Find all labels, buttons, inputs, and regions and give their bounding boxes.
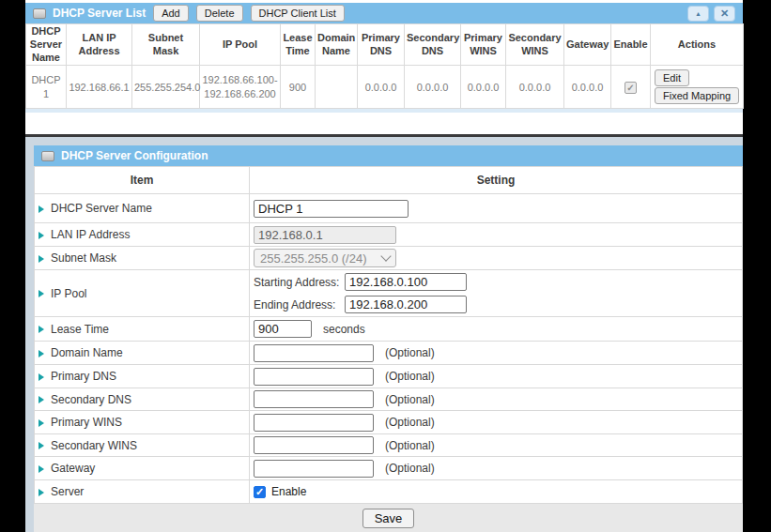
arrow-icon xyxy=(39,350,44,357)
save-button[interactable]: Save xyxy=(362,509,415,528)
optional-note: (Optional) xyxy=(385,346,435,359)
row-server: Server ✓ Enable xyxy=(35,480,743,504)
optional-note: (Optional) xyxy=(385,462,435,475)
col-header-secondary-wins: Secondary WINS xyxy=(506,24,564,66)
row-primary-dns: Primary DNS (Optional) xyxy=(35,365,743,388)
arrow-icon xyxy=(39,465,44,473)
col-header-lease-time: Lease Time xyxy=(281,24,316,66)
dhcp-server-list-titlebar: DHCP Server List Add Delete DHCP Client … xyxy=(25,3,743,23)
optional-note: (Optional) xyxy=(385,393,435,406)
optional-note: (Optional) xyxy=(385,416,435,429)
collapse-button[interactable]: ▲ xyxy=(687,6,709,22)
panel-icon xyxy=(33,8,46,19)
table-bottom-strip xyxy=(25,109,743,113)
config-footer: Save xyxy=(34,504,743,532)
secondary-wins-label: Secondary WINS xyxy=(51,439,137,452)
row-secondary-wins: Secondary WINS (Optional) xyxy=(35,434,743,457)
cell-secondary-dns: 0.0.0.0 xyxy=(405,66,461,109)
cell-actions: Edit Fixed Mapping xyxy=(651,66,744,109)
dhcp-server-name-input[interactable] xyxy=(254,200,409,218)
row-subnet-mask: Subnet Mask 255.255.255.0 (/24) xyxy=(35,247,743,270)
gateway-label: Gateway xyxy=(51,462,95,475)
table-row: DHCP 1 192.168.66.1 255.255.254.0 192.16… xyxy=(26,66,744,109)
arrow-icon xyxy=(39,442,44,449)
cell-subnet-mask: 255.255.254.0 xyxy=(132,66,200,109)
row-domain-name: Domain Name (Optional) xyxy=(35,342,743,365)
domain-name-label: Domain Name xyxy=(51,346,123,359)
close-icon: ✕ xyxy=(720,8,729,19)
collapse-icon: ▲ xyxy=(695,10,702,17)
col-header-dhcp-server-name: DHCP Server Name xyxy=(26,24,67,66)
server-label: Server xyxy=(51,485,84,498)
subnet-mask-select: 255.255.255.0 (/24) xyxy=(254,249,396,267)
dhcp-server-list-panel: DHCP Server List Add Delete DHCP Client … xyxy=(25,0,743,134)
col-header-ip-pool: IP Pool xyxy=(200,24,281,66)
enable-checkbox-disabled: ✓ xyxy=(625,82,637,94)
item-column-header: Item xyxy=(35,167,250,194)
arrow-icon xyxy=(39,290,44,297)
dhcp-server-configuration-panel: DHCP Server Configuration Item Setting D… xyxy=(34,145,743,532)
primary-wins-label: Primary WINS xyxy=(51,416,122,429)
fixed-mapping-button[interactable]: Fixed Mapping xyxy=(655,87,739,104)
setting-column-header: Setting xyxy=(250,167,743,194)
cell-server-name: DHCP 1 xyxy=(26,66,67,109)
col-header-actions: Actions xyxy=(651,24,744,66)
panel-title: DHCP Server List xyxy=(53,7,146,20)
col-header-gateway: Gateway xyxy=(564,24,611,66)
cell-secondary-wins: 0.0.0.0 xyxy=(506,66,564,109)
gateway-input[interactable] xyxy=(254,460,374,478)
config-table: Item Setting DHCP Server Name LAN IP Add… xyxy=(34,166,743,504)
server-enable-checkbox[interactable]: ✓ xyxy=(254,486,266,498)
ending-address-label: Ending Address: xyxy=(254,298,345,312)
lease-time-input[interactable] xyxy=(254,320,312,338)
config-titlebar: DHCP Server Configuration xyxy=(34,145,743,166)
dhcp-client-list-button[interactable]: DHCP Client List xyxy=(251,5,345,22)
cell-lease-time: 900 xyxy=(281,66,316,109)
add-button[interactable]: Add xyxy=(153,5,189,22)
ending-address-input[interactable] xyxy=(345,296,467,313)
cell-lan-ip: 192.168.66.1 xyxy=(67,66,132,109)
edit-button[interactable]: Edit xyxy=(655,69,689,86)
starting-address-input[interactable] xyxy=(345,273,467,291)
primary-dns-input[interactable] xyxy=(254,368,374,386)
secondary-dns-input[interactable] xyxy=(254,390,374,408)
config-panel-title: DHCP Server Configuration xyxy=(61,149,208,162)
row-dhcp-server-name: DHCP Server Name xyxy=(35,194,743,223)
subnet-mask-label: Subnet Mask xyxy=(51,251,116,265)
lease-time-unit: seconds xyxy=(323,323,365,336)
arrow-icon xyxy=(39,419,44,427)
arrow-icon xyxy=(39,205,44,213)
server-enable-label: Enable xyxy=(271,485,306,498)
primary-wins-input[interactable] xyxy=(254,414,374,432)
chevron-down-icon xyxy=(380,251,391,261)
lan-ip-address-label: LAN IP Address xyxy=(51,228,131,241)
arrow-icon xyxy=(39,232,44,239)
row-secondary-dns: Secondary DNS (Optional) xyxy=(35,388,743,411)
delete-button[interactable]: Delete xyxy=(196,5,243,22)
col-header-primary-dns: Primary DNS xyxy=(358,24,405,66)
primary-dns-label: Primary DNS xyxy=(51,370,116,383)
optional-note: (Optional) xyxy=(385,370,435,383)
col-header-secondary-dns: Secondary DNS xyxy=(405,24,461,66)
optional-note: (Optional) xyxy=(385,439,435,452)
close-button[interactable]: ✕ xyxy=(714,6,735,22)
panel-icon xyxy=(41,151,54,161)
lease-time-label: Lease Time xyxy=(51,323,109,336)
arrow-icon xyxy=(39,396,44,403)
arrow-icon xyxy=(39,326,44,333)
arrow-icon xyxy=(39,489,44,496)
row-gateway: Gateway (Optional) xyxy=(35,457,743,480)
config-page-background: DHCP Server Configuration Item Setting D… xyxy=(25,137,743,532)
cell-primary-dns: 0.0.0.0 xyxy=(358,66,405,109)
starting-address-label: Starting Address: xyxy=(254,276,345,289)
cell-domain-name xyxy=(316,66,358,109)
secondary-wins-input[interactable] xyxy=(254,436,374,454)
ip-pool-label: IP Pool xyxy=(51,287,86,300)
cell-primary-wins: 0.0.0.0 xyxy=(461,66,506,109)
domain-name-input[interactable] xyxy=(254,344,374,362)
arrow-icon xyxy=(39,255,44,263)
col-header-enable: Enable xyxy=(611,24,651,66)
cell-gateway: 0.0.0.0 xyxy=(564,66,611,109)
dhcp-server-list-table: DHCP Server Name LAN IP Address Subnet M… xyxy=(25,23,744,109)
subnet-mask-selected-value: 255.255.255.0 (/24) xyxy=(260,251,366,266)
